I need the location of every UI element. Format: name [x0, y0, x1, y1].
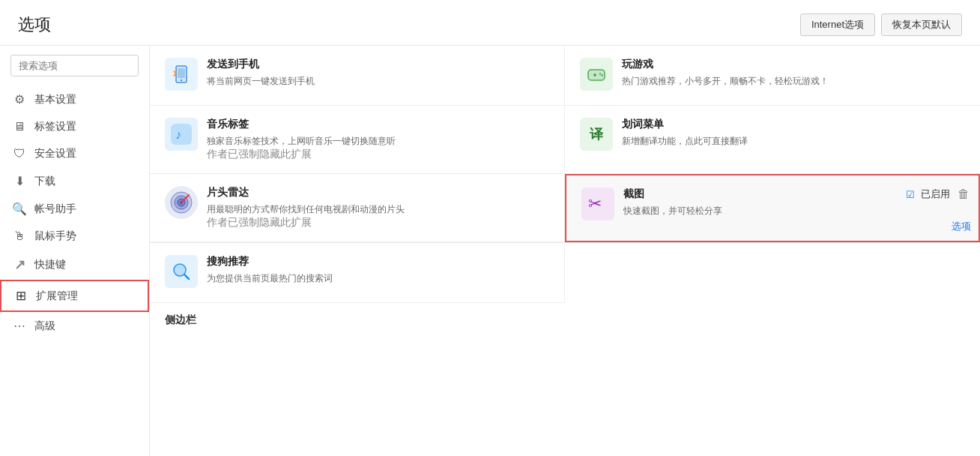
sidebar-item-mouse[interactable]: 🖱 鼠标手势: [0, 223, 149, 250]
sidebar-item-account[interactable]: 🔍 帐号助手: [0, 195, 149, 223]
send-to-phone-icon: [165, 58, 198, 91]
play-games-icon: [580, 58, 613, 91]
ext-translate-name: 划词菜单: [622, 118, 965, 131]
svg-point-7: [601, 74, 602, 76]
svg-line-16: [184, 274, 189, 279]
sidebar-label-account: 帐号助手: [34, 202, 76, 216]
sidebar-label-mouse: 鼠标手势: [34, 230, 76, 243]
sidebar-label-security: 安全设置: [34, 147, 76, 160]
svg-point-2: [181, 80, 182, 81]
sidebar-label-advanced: 高级: [34, 320, 55, 333]
ext-sougou: 搜狗推荐 为您提供当前页最热门的搜索词: [150, 243, 565, 303]
page-header: 选项 Internet选项 恢复本页默认: [0, 0, 980, 46]
ext-row-bottom: 搜狗推荐 为您提供当前页最热门的搜索词: [150, 243, 980, 303]
sidebar: ⚙ 基本设置 🖥 标签设置 🛡 安全设置 ⬇ 下载 🔍 帐号助手 🖱 鼠标手势 …: [0, 46, 150, 456]
ext-translate-info: 划词菜单 新增翻译功能，点此可直接翻译: [622, 118, 965, 148]
more-icon: ⋯: [12, 319, 27, 333]
ext-radar-hidden: 作者已强制隐藏此扩展: [207, 216, 549, 230]
sidebar-label-basic: 基本设置: [34, 93, 76, 106]
sidebar-item-extensions[interactable]: ⊞ 扩展管理: [0, 280, 149, 312]
ext-sougou-info: 搜狗推荐 为您提供当前页最热门的搜索词: [207, 255, 549, 285]
ext-games-name: 玩游戏: [622, 58, 965, 71]
sidebar-label-tabs: 标签设置: [34, 120, 76, 134]
svg-rect-1: [178, 68, 185, 78]
ext-music-desc: 独家音乐标签技术，上网听音乐一键切换随意听: [207, 134, 549, 148]
account-icon: 🔍: [12, 202, 27, 216]
ext-send-name: 发送到手机: [207, 58, 549, 71]
sougou-icon: [165, 255, 198, 288]
sidebar-item-advanced[interactable]: ⋯ 高级: [0, 312, 149, 340]
music-icon: ♪: [165, 118, 198, 151]
main-layout: ⚙ 基本设置 🖥 标签设置 🛡 安全设置 ⬇ 下载 🔍 帐号助手 🖱 鼠标手势 …: [0, 46, 980, 456]
ext-screenshot: ✂ 截图 快速截图，并可轻松分享 ☑ 已启用 🗑 选项: [565, 174, 980, 242]
mouse-icon: 🖱: [12, 230, 27, 243]
page-title: 选项: [18, 14, 51, 36]
svg-text:✂: ✂: [588, 194, 602, 213]
ext-screenshot-actions: ☑ 已启用 🗑: [906, 186, 971, 202]
ext-piantou-radar: 片头雷达 用最聪明的方式帮你找到任何电视剧和动漫的片头 作者已强制隐藏此扩展: [150, 174, 565, 242]
ext-games-desc: 热门游戏推荐，小号多开，顺畅不卡，轻松玩游戏！: [622, 74, 965, 88]
ext-radar-name: 片头雷达: [207, 186, 549, 200]
translate-icon: 译: [580, 118, 613, 151]
enabled-checkmark: ☑: [906, 189, 915, 200]
ext-music-name: 音乐标签: [207, 118, 549, 131]
sidebar-item-shortcuts[interactable]: ↗ 快捷键: [0, 250, 149, 280]
ext-send-info: 发送到手机 将当前网页一键发送到手机: [207, 58, 549, 88]
ext-music-hidden: 作者已强制隐藏此扩展: [207, 148, 549, 161]
ext-play-games: 玩游戏 热门游戏推荐，小号多开，顺畅不卡，轻松玩游戏！: [565, 46, 980, 106]
sidebar-item-basic[interactable]: ⚙ 基本设置: [0, 86, 149, 113]
shield-icon: 🛡: [12, 147, 27, 160]
ext-translate-desc: 新增翻译功能，点此可直接翻译: [622, 134, 965, 148]
ext-send-desc: 将当前网页一键发送到手机: [207, 74, 549, 88]
ext-send-to-phone: 发送到手机 将当前网页一键发送到手机: [150, 46, 565, 106]
sidebar-section-label: 侧边栏: [150, 303, 980, 332]
ext-games-info: 玩游戏 热门游戏推荐，小号多开，顺畅不卡，轻松玩游戏！: [622, 58, 965, 88]
empty-cell: [565, 243, 980, 303]
delete-button[interactable]: 🗑: [956, 186, 971, 202]
ext-sougou-desc: 为您提供当前页最热门的搜索词: [207, 272, 549, 285]
sidebar-item-download[interactable]: ⬇ 下载: [0, 167, 149, 195]
sidebar-label-download: 下载: [34, 175, 55, 188]
extensions-grid: 发送到手机 将当前网页一键发送到手机 玩游戏 热门游戏推荐，小号: [150, 46, 980, 243]
svg-rect-8: [171, 124, 192, 145]
tabs-icon: 🖥: [12, 120, 27, 134]
ext-radar-info: 片头雷达 用最聪明的方式帮你找到任何电视剧和动漫的片头 作者已强制隐藏此扩展: [207, 186, 549, 230]
ext-screenshot-desc: 快速截图，并可轻松分享: [623, 204, 964, 218]
settings-icon: ⚙: [12, 92, 27, 106]
ext-radar-desc: 用最聪明的方式帮你找到任何电视剧和动漫的片头: [207, 202, 549, 216]
screenshot-icon: ✂: [581, 188, 614, 220]
sidebar-item-security[interactable]: 🛡 安全设置: [0, 140, 149, 167]
sidebar-item-tabs[interactable]: 🖥 标签设置: [0, 113, 149, 140]
ext-screenshot-options-link[interactable]: 选项: [952, 220, 971, 233]
header-buttons: Internet选项 恢复本页默认: [800, 14, 962, 36]
ext-music-tab: ♪ 音乐标签 独家音乐标签技术，上网听音乐一键切换随意听 作者已强制隐藏此扩展: [150, 106, 565, 174]
svg-text:♪: ♪: [175, 128, 181, 141]
restore-defaults-button[interactable]: 恢复本页默认: [881, 14, 962, 36]
enabled-label: 已启用: [921, 188, 950, 201]
internet-options-button[interactable]: Internet选项: [800, 14, 875, 36]
ext-music-info: 音乐标签 独家音乐标签技术，上网听音乐一键切换随意听 作者已强制隐藏此扩展: [207, 118, 549, 161]
search-input[interactable]: [10, 55, 139, 76]
svg-point-6: [599, 73, 601, 74]
ext-translate-menu: 译 划词菜单 新增翻译功能，点此可直接翻译: [565, 106, 980, 174]
radar-icon: [165, 186, 198, 219]
sidebar-label-shortcuts: 快捷键: [34, 258, 66, 272]
sidebar-label-extensions: 扩展管理: [36, 290, 78, 303]
shortcut-icon: ↗: [12, 256, 27, 273]
download-icon: ⬇: [12, 174, 27, 188]
main-content: 发送到手机 将当前网页一键发送到手机 玩游戏 热门游戏推荐，小号: [150, 46, 980, 456]
ext-sougou-name: 搜狗推荐: [207, 255, 549, 268]
extensions-icon: ⊞: [13, 288, 28, 304]
search-box-wrap: [0, 55, 149, 86]
